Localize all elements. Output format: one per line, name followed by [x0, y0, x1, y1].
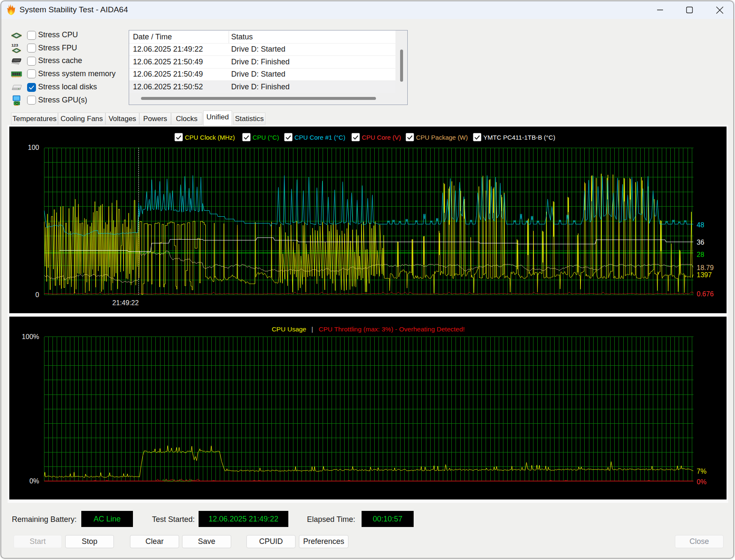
svg-text:CPU Package (W): CPU Package (W)	[416, 133, 468, 141]
svg-text:CPU Core #1 (°C): CPU Core #1 (°C)	[294, 133, 345, 141]
svg-text:1397: 1397	[696, 271, 712, 278]
svg-text:123: 123	[11, 43, 18, 47]
svg-text:0.676: 0.676	[696, 290, 713, 297]
svg-text:48: 48	[696, 221, 704, 228]
svg-text:|: |	[311, 325, 313, 332]
svg-text:0%: 0%	[696, 478, 706, 485]
svg-text:CPU Clock (MHz): CPU Clock (MHz)	[185, 133, 235, 141]
svg-text:YMTC PC411-1TB-B (°C): YMTC PC411-1TB-B (°C)	[483, 133, 555, 141]
svg-text:100: 100	[28, 144, 39, 151]
svg-text:CPU Usage: CPU Usage	[271, 325, 306, 332]
svg-text:7%: 7%	[696, 467, 706, 474]
svg-text:0%: 0%	[29, 477, 39, 485]
svg-text:18.79: 18.79	[696, 264, 713, 271]
svg-text:28: 28	[696, 251, 704, 258]
svg-text:CPU (°C): CPU (°C)	[252, 133, 279, 141]
svg-text:21:49:22: 21:49:22	[112, 299, 138, 306]
svg-text:100%: 100%	[22, 333, 39, 340]
svg-text:0: 0	[35, 291, 39, 298]
svg-text:36: 36	[696, 238, 704, 246]
svg-text:CPU Core (V): CPU Core (V)	[362, 133, 401, 141]
svg-text:CPU Throttling (max: 3%) - Ove: CPU Throttling (max: 3%) - Overheating D…	[318, 325, 464, 332]
